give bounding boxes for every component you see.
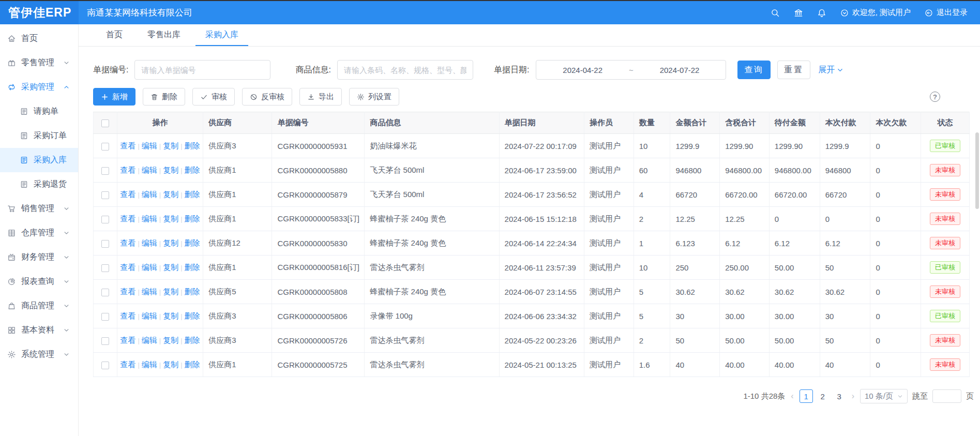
action-edit-link[interactable]: 编辑 <box>142 214 157 223</box>
export-button[interactable]: 导出 <box>299 88 342 106</box>
sidebar-item-采购退货[interactable]: 采购退货 <box>0 172 78 197</box>
row-checkbox[interactable] <box>101 289 109 296</box>
column-settings-button[interactable]: 列设置 <box>349 88 399 106</box>
action-edit-link[interactable]: 编辑 <box>142 336 157 344</box>
action-edit-link[interactable]: 编辑 <box>142 360 157 369</box>
action-delete-link[interactable]: 删除 <box>185 360 200 369</box>
action-copy-link[interactable]: 复制 <box>163 311 178 320</box>
sidebar-item-请购单[interactable]: 请购单 <box>0 99 78 124</box>
action-edit-link[interactable]: 编辑 <box>142 190 157 199</box>
action-delete-link[interactable]: 删除 <box>185 238 200 247</box>
action-view-link[interactable]: 查看 <box>120 214 135 223</box>
select-all-checkbox[interactable] <box>101 119 109 127</box>
row-checkbox[interactable] <box>101 313 109 321</box>
page-size-select[interactable]: 10 条/页 <box>860 389 908 403</box>
action-delete-link[interactable]: 删除 <box>185 166 200 174</box>
row-checkbox[interactable] <box>101 240 109 248</box>
action-copy-link[interactable]: 复制 <box>163 190 178 199</box>
action-copy-link[interactable]: 复制 <box>163 287 178 296</box>
help-icon[interactable]: ? <box>930 92 940 102</box>
action-view-link[interactable]: 查看 <box>120 263 135 272</box>
action-delete-link[interactable]: 删除 <box>185 263 200 272</box>
action-view-link[interactable]: 查看 <box>120 311 135 320</box>
date-range-picker[interactable]: 2024-04-22 ~ 2024-07-22 <box>536 60 726 80</box>
sidebar-item-采购管理[interactable]: 采购管理 <box>0 75 78 99</box>
audit-button[interactable]: 审核 <box>192 88 235 106</box>
tab-零售出库[interactable]: 零售出库 <box>138 24 190 46</box>
sidebar-item-报表查询[interactable]: 报表查询 <box>0 269 78 294</box>
date-end-value[interactable]: 2024-07-22 <box>634 66 726 74</box>
action-copy-link[interactable]: 复制 <box>163 214 178 223</box>
sidebar-item-基本资料[interactable]: 基本资料 <box>0 318 78 342</box>
row-checkbox[interactable] <box>101 362 109 369</box>
sidebar-item-首页[interactable]: 首页 <box>0 26 78 51</box>
delete-button[interactable]: 删除 <box>143 88 185 106</box>
action-view-link[interactable]: 查看 <box>120 190 135 199</box>
row-checkbox[interactable] <box>101 167 109 175</box>
tab-采购入库[interactable]: 采购入库 <box>195 24 248 46</box>
table-scrollbar[interactable] <box>975 132 979 209</box>
query-button[interactable]: 查询 <box>737 61 771 79</box>
sidebar-item-零售管理[interactable]: 零售管理 <box>0 51 78 75</box>
cell-payable: 30.62 <box>769 280 820 304</box>
page-button-1[interactable]: 1 <box>800 389 813 403</box>
action-delete-link[interactable]: 删除 <box>185 311 200 320</box>
action-view-link[interactable]: 查看 <box>120 166 135 174</box>
order-no-input[interactable] <box>134 60 270 80</box>
prev-page-button[interactable]: ‹ <box>790 392 794 401</box>
expand-link[interactable]: 展开 <box>818 65 843 76</box>
sidebar-item-销售管理[interactable]: 销售管理 <box>0 197 78 221</box>
action-edit-link[interactable]: 编辑 <box>142 287 157 296</box>
action-edit-link[interactable]: 编辑 <box>142 238 157 247</box>
row-checkbox[interactable] <box>101 264 109 272</box>
sidebar-item-仓库管理[interactable]: 仓库管理 <box>0 221 78 245</box>
action-delete-link[interactable]: 删除 <box>185 336 200 344</box>
row-checkbox[interactable] <box>101 216 109 223</box>
action-copy-link[interactable]: 复制 <box>163 336 178 344</box>
row-checkbox[interactable] <box>101 337 109 345</box>
welcome-user[interactable]: 欢迎您, 测试用户 <box>840 8 911 18</box>
action-copy-link[interactable]: 复制 <box>163 263 178 272</box>
next-page-button[interactable]: › <box>851 392 855 401</box>
action-view-link[interactable]: 查看 <box>120 360 135 369</box>
action-edit-link[interactable]: 编辑 <box>142 263 157 272</box>
add-button[interactable]: 新增 <box>93 88 135 106</box>
action-view-link[interactable]: 查看 <box>120 238 135 247</box>
status-badge: 未审核 <box>930 237 960 250</box>
action-delete-link[interactable]: 删除 <box>185 287 200 296</box>
action-delete-link[interactable]: 删除 <box>185 214 200 223</box>
bell-icon[interactable] <box>817 8 826 18</box>
action-view-link[interactable]: 查看 <box>120 287 135 296</box>
action-separator: | <box>138 312 139 320</box>
bank-icon[interactable] <box>794 8 803 18</box>
action-edit-link[interactable]: 编辑 <box>142 141 157 150</box>
action-edit-link[interactable]: 编辑 <box>142 311 157 320</box>
logout-button[interactable]: 退出登录 <box>925 8 968 18</box>
action-copy-link[interactable]: 复制 <box>163 166 178 174</box>
action-view-link[interactable]: 查看 <box>120 336 135 344</box>
action-delete-link[interactable]: 删除 <box>185 190 200 199</box>
unaudit-button[interactable]: 反审核 <box>242 88 292 106</box>
action-delete-link[interactable]: 删除 <box>185 141 200 150</box>
row-checkbox[interactable] <box>101 143 109 151</box>
sidebar-item-财务管理[interactable]: 财务管理 <box>0 245 78 269</box>
jump-page-input[interactable] <box>932 389 961 403</box>
sidebar-item-商品管理[interactable]: 商品管理 <box>0 294 78 318</box>
tab-首页[interactable]: 首页 <box>96 24 132 46</box>
search-icon[interactable] <box>771 8 780 18</box>
action-view-link[interactable]: 查看 <box>120 141 135 150</box>
row-checkbox[interactable] <box>101 191 109 199</box>
page-button-2[interactable]: 2 <box>816 389 830 403</box>
sidebar-item-采购入库[interactable]: 采购入库 <box>0 148 78 172</box>
date-start-value[interactable]: 2024-04-22 <box>536 66 629 74</box>
cell-amount: 1299.9 <box>670 134 720 158</box>
action-copy-link[interactable]: 复制 <box>163 238 178 247</box>
action-copy-link[interactable]: 复制 <box>163 141 178 150</box>
product-info-input[interactable] <box>337 60 473 80</box>
action-copy-link[interactable]: 复制 <box>163 360 178 369</box>
reset-button[interactable]: 重置 <box>777 61 810 79</box>
action-edit-link[interactable]: 编辑 <box>142 166 157 174</box>
sidebar-item-系统管理[interactable]: 系统管理 <box>0 342 78 367</box>
sidebar-item-采购订单[interactable]: 采购订单 <box>0 124 78 148</box>
page-button-3[interactable]: 3 <box>833 389 846 403</box>
